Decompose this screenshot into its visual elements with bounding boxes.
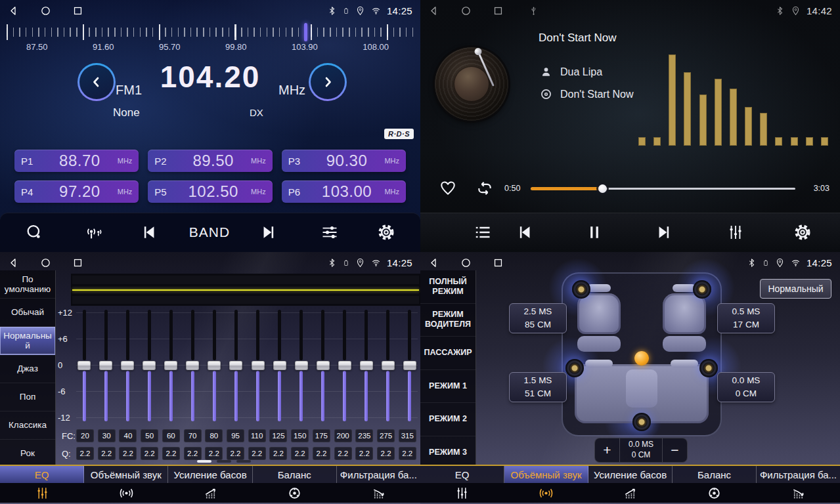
tab-surround-icon-cell[interactable] (84, 486, 168, 501)
eq-preset-classic[interactable]: Классика (0, 411, 55, 440)
slider-thumb[interactable] (252, 361, 265, 370)
eq-band-slider[interactable] (317, 310, 330, 421)
eq-band-slider[interactable] (143, 310, 156, 421)
mode-driver[interactable]: РЕЖИМ ВОДИТЕЛЯ (420, 304, 475, 337)
q-value[interactable]: 2.2 (399, 447, 416, 460)
tab-filter-icon-cell[interactable] (336, 486, 420, 501)
eq-preset-jazz[interactable]: Джаз (0, 355, 55, 383)
home-icon[interactable] (460, 5, 472, 16)
band-button[interactable]: BAND (189, 224, 230, 240)
slider-thumb[interactable] (77, 361, 91, 370)
progress-slider[interactable] (531, 188, 795, 190)
eq-band-slider[interactable] (229, 310, 242, 421)
q-value[interactable]: 2.2 (377, 447, 395, 460)
slider-thumb[interactable] (186, 361, 199, 370)
eq-band-slider[interactable] (208, 310, 221, 421)
eq-band-slider[interactable] (338, 310, 351, 421)
slider-thumb[interactable] (121, 361, 134, 370)
fc-value[interactable]: 20 (76, 429, 94, 442)
preset-button-p3[interactable]: P3 90.30 MHz (282, 150, 406, 172)
tab-surround[interactable]: Объёмный звук (504, 466, 588, 483)
increment-button[interactable]: + (595, 438, 619, 462)
q-value[interactable]: 2.2 (355, 447, 373, 460)
q-value[interactable]: 2.2 (334, 447, 352, 460)
eq-band-slider[interactable] (295, 310, 308, 421)
tab-bass-icon-cell[interactable] (168, 486, 252, 501)
decrement-button[interactable]: − (663, 438, 687, 462)
frequency-dial[interactable] (7, 24, 414, 41)
eq-band-slider[interactable] (77, 310, 91, 421)
broadcast-button[interactable] (84, 223, 102, 242)
tab-bass-boost[interactable]: Усиление басов (588, 466, 673, 483)
eq-band-slider[interactable] (360, 310, 373, 421)
sound-profile-button[interactable]: Нормальный (760, 279, 831, 299)
tab-balance-icon-cell[interactable] (672, 486, 756, 501)
preset-button-p4[interactable]: P4 97.20 MHz (14, 180, 139, 203)
slider-thumb[interactable] (295, 361, 308, 370)
eq-band-slider[interactable] (403, 310, 416, 421)
tab-surround-icon-cell[interactable] (504, 486, 588, 501)
fc-value[interactable]: 315 (399, 429, 416, 442)
eq-preset-default[interactable]: По умолчанию (0, 270, 55, 299)
favorite-heart-button[interactable] (439, 180, 456, 197)
fc-value[interactable]: 50 (141, 429, 158, 442)
fc-value[interactable]: 125 (269, 429, 287, 442)
tab-balance[interactable]: Баланс (253, 466, 337, 483)
preset-button-p6[interactable]: P6 103.00 MHz (282, 180, 406, 203)
mode-passenger[interactable]: ПАССАЖИР (420, 337, 475, 370)
fc-value[interactable]: 60 (162, 429, 180, 442)
eq-band-slider[interactable] (164, 310, 177, 421)
tab-balance[interactable]: Баланс (673, 466, 757, 483)
back-icon[interactable] (8, 257, 19, 268)
delay-front-left-button[interactable]: 2.5 MS 85 CM (509, 303, 567, 333)
tab-bass-icon-cell[interactable] (588, 486, 673, 501)
slider-thumb[interactable] (229, 361, 242, 370)
slider-thumb[interactable] (164, 361, 177, 370)
fc-value[interactable]: 200 (334, 429, 352, 442)
q-value[interactable]: 2.2 (227, 447, 244, 460)
recents-icon[interactable] (72, 257, 83, 268)
tab-bass-boost[interactable]: Усиление басов (168, 466, 252, 483)
slider-thumb[interactable] (273, 361, 286, 370)
eq-band-slider[interactable] (99, 310, 112, 421)
tab-filter[interactable]: Фильтрация ба... (337, 466, 420, 483)
slider-thumb[interactable] (317, 361, 330, 370)
eq-band-slider[interactable] (252, 310, 265, 421)
tune-up-button[interactable] (309, 63, 347, 101)
q-value[interactable]: 2.2 (248, 447, 266, 460)
q-value[interactable]: 2.2 (119, 447, 137, 460)
tab-filter-icon-cell[interactable] (756, 486, 840, 501)
slider-thumb[interactable] (403, 361, 416, 370)
tab-balance-icon-cell[interactable] (252, 486, 336, 501)
fc-value[interactable]: 150 (291, 429, 309, 442)
fc-value[interactable]: 235 (355, 429, 373, 442)
q-value[interactable]: 2.2 (184, 447, 202, 460)
back-icon[interactable] (8, 5, 19, 16)
fc-value[interactable]: 110 (248, 429, 266, 442)
tab-eq-icon-cell[interactable] (420, 486, 504, 501)
pause-button[interactable] (585, 223, 604, 242)
slider-thumb[interactable] (99, 361, 112, 370)
slider-thumb[interactable] (382, 361, 395, 370)
fc-value[interactable]: 80 (205, 429, 223, 442)
playlist-button[interactable] (474, 223, 492, 242)
tab-eq[interactable]: EQ (420, 466, 504, 483)
back-icon[interactable] (428, 5, 439, 16)
eq-band-slider[interactable] (121, 310, 134, 421)
eq-settings-button[interactable] (321, 223, 339, 242)
home-icon[interactable] (40, 5, 51, 16)
tab-surround[interactable]: Объёмный звук (84, 466, 168, 483)
recents-icon[interactable] (493, 5, 504, 16)
mode-1[interactable]: РЕЖИМ 1 (420, 370, 475, 404)
settings-gear-button[interactable] (793, 223, 812, 242)
repeat-button[interactable] (476, 180, 494, 198)
eq-band-slider[interactable] (273, 310, 286, 421)
eq-preset-pop[interactable]: Поп (0, 383, 55, 411)
preset-button-p2[interactable]: P2 89.50 MHz (148, 150, 272, 172)
q-value[interactable]: 2.2 (269, 447, 287, 460)
eq-band-slider[interactable] (186, 310, 199, 421)
progress-thumb[interactable] (598, 184, 607, 193)
delay-rear-left-button[interactable]: 1.5 MS 51 CM (509, 372, 567, 402)
next-track-button[interactable] (654, 223, 673, 242)
back-icon[interactable] (428, 257, 439, 268)
